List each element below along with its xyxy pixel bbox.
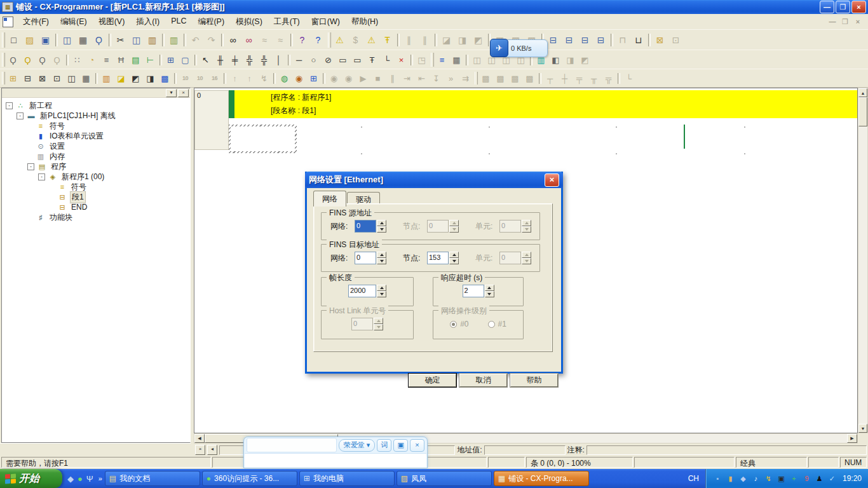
toolbar-button[interactable]: 10 [178, 72, 193, 85]
tree-expander[interactable] [49, 194, 55, 200]
spinner-field[interactable]: 0 [355, 252, 386, 264]
toolbar-button[interactable]: ◫ [59, 32, 75, 48]
mdi-restore-button[interactable]: ❒ [840, 18, 850, 26]
toolbar-button[interactable]: ▥ [144, 32, 160, 48]
vertical-scroll-thumb[interactable] [858, 97, 867, 126]
toolbar-button[interactable]: ∥ [385, 72, 400, 85]
tree-expander[interactable]: - [6, 102, 13, 109]
toolbar-button[interactable]: ⇥ [400, 72, 414, 85]
tree-item[interactable]: ▮ IO表和单元设置 [2, 131, 190, 141]
toolbar-button[interactable]: ∞ [241, 32, 257, 48]
tree-expander[interactable] [27, 133, 33, 139]
ime-candidate-row[interactable] [245, 453, 426, 468]
ime-word-button[interactable]: 词 [377, 439, 391, 452]
spinner-up-button[interactable] [377, 285, 386, 291]
spinner-up-button[interactable] [485, 285, 494, 291]
toolbar-button[interactable]: ▦ [449, 53, 464, 67]
toolbar-button[interactable]: ⊞ [306, 72, 321, 85]
toolbar-button[interactable]: Ϙ [35, 53, 50, 67]
spinner-down-button[interactable] [522, 258, 531, 264]
toolbar-button[interactable]: ▩ [158, 72, 172, 85]
tray-monitor-icon[interactable]: ▣ [776, 475, 786, 483]
toolbar-button[interactable]: Ϙ [20, 53, 35, 67]
task-button[interactable]: ▤ 我的文档 [105, 471, 200, 486]
toolbar-button[interactable]: ⇤ [414, 72, 429, 85]
tree-expander[interactable] [27, 215, 33, 220]
toolbar-button[interactable]: ⊠ [35, 72, 50, 85]
spinner-down-button[interactable] [377, 226, 386, 233]
toolbar-button[interactable]: Ϙ [6, 53, 20, 67]
tree-item[interactable]: ≡ 符号 [2, 182, 190, 192]
toolbar-button[interactable]: ╤ [572, 72, 587, 85]
toolbar-button[interactable]: Ϙ [91, 32, 107, 48]
toolbar-button[interactable]: ⊡ [668, 32, 684, 48]
toolbar-button[interactable]: ╬ [242, 53, 257, 67]
toolbar-button[interactable]: ╦ [601, 72, 616, 85]
spinner-up-button[interactable] [522, 252, 531, 258]
tree-item[interactable]: ▥ 内存 [2, 151, 190, 161]
toolbar-button[interactable]: ▭ [350, 53, 365, 67]
toolbar-button[interactable]: ▶ [356, 72, 370, 85]
tab-network[interactable]: 网络 [313, 191, 346, 207]
minimize-button[interactable]: — [820, 1, 834, 13]
tree-expander[interactable]: - [27, 163, 34, 170]
spinner-up-button[interactable] [374, 318, 383, 324]
toolbar-button[interactable]: ◳ [414, 53, 429, 67]
spinner-value[interactable]: 0 [499, 252, 521, 264]
spinner-down-button[interactable] [377, 291, 386, 297]
ladder-selection-cell[interactable] [229, 125, 297, 153]
toolbar-button[interactable]: ◫ [64, 72, 79, 85]
toolbar-button[interactable]: ▨ [22, 32, 37, 48]
spinner-up-button[interactable] [377, 252, 386, 258]
cancel-button[interactable]: 取消 [459, 374, 507, 387]
task-button[interactable]: ● 360访问提示 - 36... [202, 471, 297, 486]
toolbar-button[interactable]: ≈ [257, 32, 273, 48]
spinner-field[interactable]: 0 [499, 220, 531, 233]
workspace-close-button[interactable]: × [178, 89, 189, 97]
ime-close-button[interactable]: × [410, 439, 424, 452]
dialog-close-button[interactable]: × [545, 173, 559, 187]
ime-copy-button[interactable]: ▣ [393, 439, 408, 452]
toolbar-button[interactable]: ┼ [557, 72, 572, 85]
toolbar-button[interactable]: ⊟ [561, 32, 577, 48]
toolbar-button[interactable]: ◨ [563, 53, 578, 67]
tree-item[interactable]: - ∴ 新工程 [2, 100, 190, 111]
toolbar-button[interactable]: ▣ [37, 32, 53, 48]
menu-item[interactable]: 窗口(W) [306, 15, 346, 29]
spinner-down-button[interactable] [485, 291, 494, 297]
toolbar-button[interactable]: ⊟ [593, 32, 609, 48]
panel-collapse-button[interactable]: ◂ [207, 445, 217, 455]
spinner-down-button[interactable] [449, 226, 459, 233]
quicklaunch-360-icon[interactable]: ● [78, 474, 83, 484]
tree-item[interactable]: - ▤ 程序 [2, 161, 190, 172]
toolbar-button[interactable]: ↷ [203, 32, 219, 48]
toolbar-button[interactable]: ✂ [112, 32, 128, 48]
toolbar-button[interactable]: ◨ [454, 32, 470, 48]
toolbar-button[interactable]: ○ [306, 53, 321, 67]
toolbar-button[interactable]: ⇉ [458, 72, 473, 85]
toolbar-button[interactable]: ⊡ [50, 72, 64, 85]
spinner-field[interactable]: 0 [355, 220, 386, 233]
toolbar-button[interactable]: ≡ [435, 53, 449, 67]
spinner-down-button[interactable] [374, 324, 383, 330]
tray-qq-penguin-icon[interactable]: ♟ [815, 475, 824, 483]
menu-item[interactable]: PLC [165, 15, 192, 29]
help-button[interactable]: 帮助 [510, 374, 558, 387]
start-button[interactable]: 开始 [0, 469, 62, 488]
toolbar-button[interactable]: ⊞ [6, 72, 20, 85]
tree-item[interactable]: ♯ 功能块 [2, 212, 190, 222]
tree-item[interactable]: ⊙ 设置 [2, 141, 190, 151]
spinner-up-button[interactable] [449, 220, 459, 226]
tree-item[interactable]: ≡ 符号 [2, 121, 190, 131]
quick-launch-overflow[interactable]: » [98, 475, 102, 482]
toolbar-button[interactable]: ◉ [327, 72, 341, 85]
toolbar-button[interactable]: ◔ [85, 53, 99, 67]
task-button[interactable]: ⊞ 我的电脑 [299, 471, 395, 486]
toolbar-button[interactable]: ╥ [587, 72, 601, 85]
toolbar-button[interactable]: ↖ [198, 53, 213, 67]
toolbar-button[interactable]: ⊘ [321, 53, 336, 67]
toolbar-button[interactable]: ◨ [143, 72, 158, 85]
mdi-minimize-button[interactable]: — [827, 18, 837, 26]
task-button[interactable]: ▦ 铺设 - CX-Progra... [494, 471, 589, 486]
toolbar-button[interactable]: ◩ [578, 53, 592, 67]
